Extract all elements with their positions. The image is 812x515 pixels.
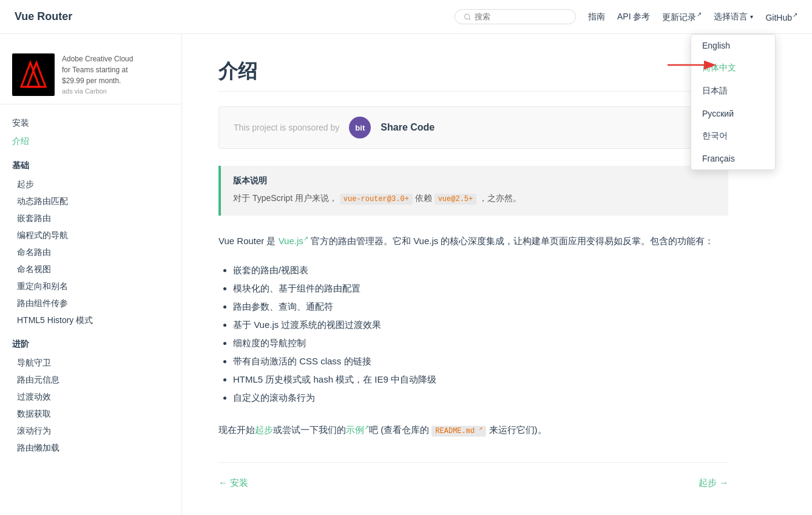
sidebar-item-route-props[interactable]: 路由组件传参 (0, 295, 181, 312)
chevron-down-icon: ▾ (750, 13, 753, 20)
feature-list: 嵌套的路由/视图表 模块化的、基于组件的路由配置 路由参数、查询、通配符 基于 … (233, 261, 728, 407)
nav-github[interactable]: GitHub↗ (765, 12, 797, 22)
sidebar-item-named-views[interactable]: 命名视图 (0, 261, 181, 278)
adobe-icon (18, 60, 49, 90)
list-item: 带有自动激活的 CSS class 的链接 (233, 352, 728, 370)
sponsor-box[interactable]: This project is sponsored by bit Share C… (218, 106, 728, 149)
sidebar-section-basics: 基础 (0, 151, 181, 176)
list-item: 嵌套的路由/视图表 (233, 261, 728, 279)
ad-image (12, 53, 55, 96)
sponsor-logo: bit (349, 117, 371, 138)
examples-link[interactable]: 示例↗ (346, 425, 369, 435)
note-body: 对于 TypeScript 用户来说， vue-router@3.0+ 依赖 v… (233, 191, 716, 206)
code-vue-router: vue-router@3.0+ (340, 194, 413, 205)
sidebar-item-scroll-behavior[interactable]: 滚动行为 (0, 423, 181, 440)
external-link-icon: ↗ (697, 11, 702, 18)
sidebar-item-programmatic-nav[interactable]: 编程式的导航 (0, 227, 181, 244)
outro-paragraph: 现在开始起步或尝试一下我们的示例↗吧 (查看仓库的 README.md ↗ 来运… (218, 421, 728, 438)
list-item: 细粒度的导航控制 (233, 334, 728, 352)
sidebar-item-intro[interactable]: 介绍 (0, 132, 181, 151)
lang-option-japanese[interactable]: 日本語 (691, 80, 775, 103)
sidebar-item-install[interactable]: 安装 (0, 114, 181, 132)
external-link-icon2: ↗ (793, 12, 797, 18)
header-nav: 指南 API 参考 更新记录↗ 选择语言 ▾ GitHub↗ (588, 11, 797, 23)
list-item: 基于 Vue.js 过渡系统的视图过渡效果 (233, 316, 728, 334)
sidebar-item-nested-routes[interactable]: 嵌套路由 (0, 210, 181, 227)
sidebar-item-named-routes[interactable]: 命名路由 (0, 244, 181, 261)
sidebar-item-route-meta[interactable]: 路由元信息 (0, 372, 181, 389)
sidebar-item-data-fetching[interactable]: 数据获取 (0, 406, 181, 423)
ad-text: Adobe Creative Cloud for Teams starting … (62, 53, 133, 97)
nav-changelog[interactable]: 更新记录↗ (662, 11, 702, 23)
intro-paragraph: Vue Router 是 Vue.js↗ 官方的路由管理器。它和 Vue.js … (218, 233, 728, 249)
start-link[interactable]: 起步 (255, 425, 273, 435)
sidebar-item-html5-history[interactable]: HTML5 History 模式 (0, 312, 181, 329)
external-link-icon3: ↗ (303, 235, 308, 242)
sidebar: Adobe Creative Cloud for Teams starting … (0, 34, 182, 515)
search-box[interactable] (455, 9, 576, 24)
note-box: 版本说明 对于 TypeScript 用户来说， vue-router@3.0+… (218, 166, 728, 216)
lang-dropdown: English 简体中文 日本語 Русский 한국어 Français (691, 34, 776, 170)
sponsor-label: This project is sponsored by (234, 123, 339, 132)
sidebar-item-nav-guard[interactable]: 导航守卫 (0, 355, 181, 372)
svg-marker-4 (27, 63, 46, 87)
list-item: HTML5 历史模式或 hash 模式，在 IE9 中自动降级 (233, 370, 728, 389)
sidebar-item-transitions[interactable]: 过渡动效 (0, 389, 181, 406)
page-footer-nav: ← 安装 起步 → (218, 462, 728, 489)
nav-api[interactable]: API 参考 (617, 12, 650, 22)
sidebar-ad: Adobe Creative Cloud for Teams starting … (0, 46, 181, 104)
lang-option-korean[interactable]: 한국어 (691, 124, 775, 148)
page-title: 介绍 (218, 58, 728, 92)
list-item: 自定义的滚动条行为 (233, 389, 728, 407)
search-input[interactable] (475, 12, 567, 21)
svg-marker-3 (21, 63, 39, 87)
sidebar-item-start[interactable]: 起步 (0, 176, 181, 193)
readme-link[interactable]: README.md ↗ (431, 426, 486, 437)
lang-option-english[interactable]: English (691, 35, 775, 56)
list-item: 模块化的、基于组件的路由配置 (233, 279, 728, 298)
nav-guide[interactable]: 指南 (588, 12, 605, 22)
vuejs-link[interactable]: Vue.js↗ (279, 236, 308, 246)
sidebar-item-lazy-loading[interactable]: 路由懒加载 (0, 440, 181, 457)
sidebar-item-dynamic-route[interactable]: 动态路由匹配 (0, 193, 181, 210)
header: Vue Router 指南 API 参考 更新记录↗ 选择语言 ▾ GitHub… (0, 0, 812, 34)
main-content: 介绍 This project is sponsored by bit Shar… (182, 34, 765, 515)
note-title: 版本说明 (233, 176, 716, 186)
lang-option-chinese[interactable]: 简体中文 (691, 56, 775, 80)
search-icon (464, 13, 471, 21)
site-logo[interactable]: Vue Router (15, 10, 72, 23)
lang-option-russian[interactable]: Русский (691, 103, 775, 124)
code-vue: vue@2.5+ (435, 194, 477, 205)
lang-selector[interactable]: 选择语言 ▾ (714, 12, 753, 22)
next-link[interactable]: 起步 → (699, 477, 728, 489)
sidebar-section-advanced: 进阶 (0, 329, 181, 355)
sponsor-name: Share Code (381, 122, 435, 133)
list-item: 路由参数、查询、通配符 (233, 298, 728, 316)
sidebar-item-redirect-alias[interactable]: 重定向和别名 (0, 278, 181, 295)
svg-line-1 (469, 18, 470, 19)
svg-point-0 (465, 14, 470, 19)
lang-option-french[interactable]: Français (691, 148, 775, 169)
prev-link[interactable]: ← 安装 (218, 477, 248, 489)
